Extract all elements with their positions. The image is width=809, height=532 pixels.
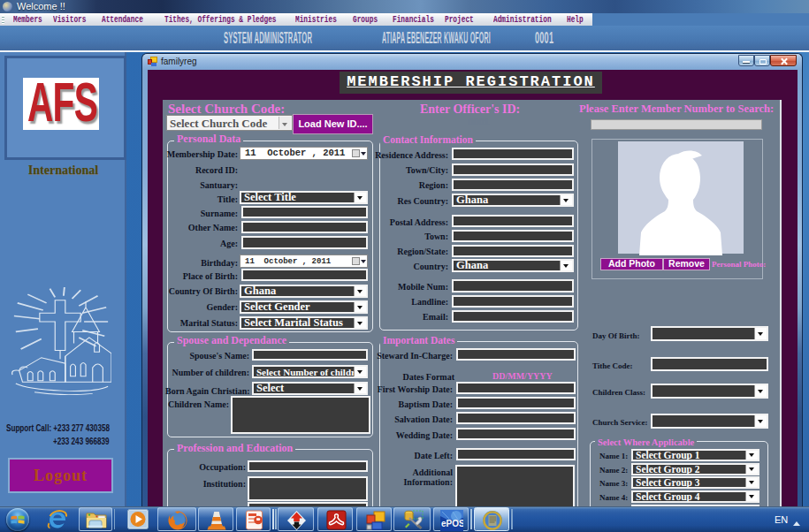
svg-text:ePOS: ePOS [441,519,463,528]
